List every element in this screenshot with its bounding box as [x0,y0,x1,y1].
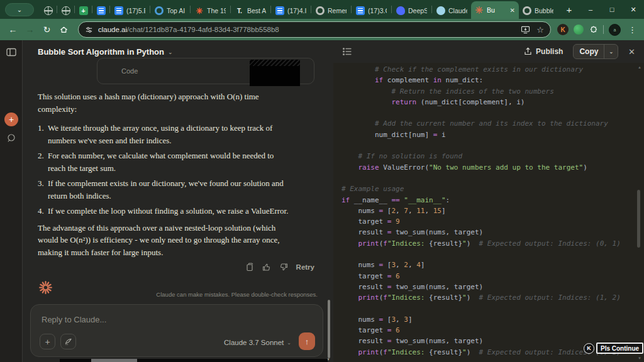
tab-label: (17)3.C [368,7,387,14]
forward-button[interactable]: → [22,22,38,38]
chevron-down-icon: ⌄ [287,340,291,346]
browser-tab[interactable]: T.Best AI [231,3,270,19]
browser-tab[interactable]: Remem [312,3,350,19]
redacted-region [250,60,300,86]
thumbs-up-icon[interactable] [262,263,271,272]
code-line: nums = [2, 7, 11, 15] [341,206,634,216]
code-content: # Check if the complement exists in our … [341,64,634,362]
tab-label: Remem [328,7,347,14]
pinned-tab[interactable] [40,3,56,19]
home-icon [59,25,69,35]
home-button[interactable] [56,22,72,38]
send-button[interactable]: ↑ [299,332,315,350]
tab-label: The 19 [207,7,226,14]
code-line [341,173,634,184]
message-actions: Retry [38,263,314,272]
install-icon[interactable] [521,26,530,34]
pinned-tab[interactable] [93,3,109,19]
pls-continue-tooltip[interactable]: Pls Continue [596,343,643,354]
browser-tab[interactable]: (17)5.E [111,3,149,19]
reload-button[interactable]: ↻ [39,22,55,38]
list-text: If the complement exists in our dictiona… [48,177,284,202]
back-button[interactable]: ← [5,22,21,38]
browser-tab[interactable]: (17)3.C [352,3,391,19]
copy-button[interactable]: Copy [574,47,604,56]
assistant-message: This solution uses a hash map (dictionar… [38,90,321,258]
pinned-tab[interactable] [58,3,74,19]
code-line: # Add the current number and its index t… [341,118,634,129]
k-overlay-badge[interactable]: K [584,343,594,354]
docs-favicon [114,6,123,15]
extensions-puzzle-icon[interactable] [589,25,598,35]
artifact-card-label: Code [121,67,138,75]
horizontal-scrollbar-thumb[interactable] [91,359,137,362]
publish-button[interactable]: Publish [524,47,563,56]
browser-tab[interactable]: Claude [433,3,471,19]
code-scrollbar-thumb[interactable] [637,190,640,248]
claude-app: + o Bubble Sort Algorithm in Python ⌄ Co… [0,40,644,362]
outline-list-icon[interactable] [342,47,352,56]
conversation-title[interactable]: Bubble Sort Algorithm in Python ⌄ [38,47,173,57]
code-line: if __name__ == "__main__": [341,195,634,206]
browser-tab[interactable]: DeepS [392,3,431,19]
list-text: For each number, we calculate what compl… [48,150,274,174]
profile-avatar[interactable]: a [609,24,621,36]
composer[interactable]: Reply to Claude... + Claude 3.7 Sonnet ⌄… [30,304,323,357]
tab-separator [311,6,311,13]
chat-panel: Bubble Sort Algorithm in Python ⌄ Code T… [23,40,333,362]
tab-separator [391,6,392,13]
browser-tab[interactable]: Top AI [151,3,189,19]
tab-list: +(17)5.ETop AI✳The 19T.Best AI(17)4.IRem… [40,0,557,19]
tab-separator [190,6,191,13]
tab-label: (17)5.E [126,7,145,14]
code-line: num_dict[num] = i [341,129,634,140]
chat-scrollbar-thumb[interactable] [328,300,330,358]
model-selector[interactable]: Claude 3.7 Sonnet ⌄ [224,339,291,346]
browser-tab[interactable]: Bubble [519,3,557,19]
sidebar-toggle-button[interactable] [6,48,16,57]
new-tab-button[interactable]: + [562,4,576,15]
green-extension-icon[interactable] [574,25,584,35]
k-extension-icon[interactable]: K [557,24,569,35]
browser-menu-icon[interactable]: ⋮ [626,25,639,35]
code-line: print(f"Indices: {result}") # Expected o… [341,238,634,249]
tab-separator [230,6,231,13]
share-icon [524,47,532,56]
site-info-icon[interactable] [85,26,93,34]
panel-toggle-icon [6,48,16,57]
tab-label: Top AI [167,7,186,14]
minimize-button[interactable]: – [580,1,601,18]
close-artifact-button[interactable]: ✕ [628,47,635,57]
letter-t-favicon: T. [235,6,244,15]
style-button[interactable] [60,334,76,349]
scroll-up-arrow-icon[interactable]: ▲ [638,65,641,69]
browser-tab[interactable]: ✳The 19 [191,3,230,19]
chats-button[interactable] [6,133,16,143]
retry-button[interactable]: Retry [296,263,314,271]
thumbs-down-icon[interactable] [279,263,288,272]
bookmark-star-icon[interactable]: ☆ [536,25,544,35]
close-window-button[interactable]: ✕ [623,1,644,18]
maximize-button[interactable]: □ [601,1,623,18]
message-list-item: 2.For each number, we calculate what com… [38,150,321,174]
attach-button[interactable]: + [40,334,55,349]
url-bar[interactable]: claude.ai/chat/121db87a-4179-4afd-83d4-3… [78,21,551,38]
active-tab[interactable]: Bu✕ [471,1,519,19]
pinned-tab[interactable]: + [75,3,91,19]
tab-label: Claude [448,7,467,14]
scroll-down-arrow-icon[interactable]: ▼ [638,356,641,360]
copy-message-icon[interactable] [246,263,254,272]
tab-label: (17)4.I [287,7,306,14]
tab-search-button[interactable]: ⌄ [5,3,34,16]
copy-split-button[interactable]: Copy ⌄ [573,44,618,59]
code-line: result = two_sum(nums, target) [341,282,634,292]
code-line [341,107,634,118]
tab-close-icon[interactable]: ✕ [510,7,515,14]
code-line: raise ValueError("No two numbers add up … [341,162,634,173]
chevron-down-icon: ⌄ [168,49,173,55]
new-chat-button[interactable]: + [4,112,18,126]
copy-dropdown-chevron[interactable]: ⌄ [604,49,618,55]
extension-row: K a ⋮ [557,24,639,36]
browser-tab[interactable]: (17)4.I [272,3,310,19]
tab-separator [92,6,92,13]
